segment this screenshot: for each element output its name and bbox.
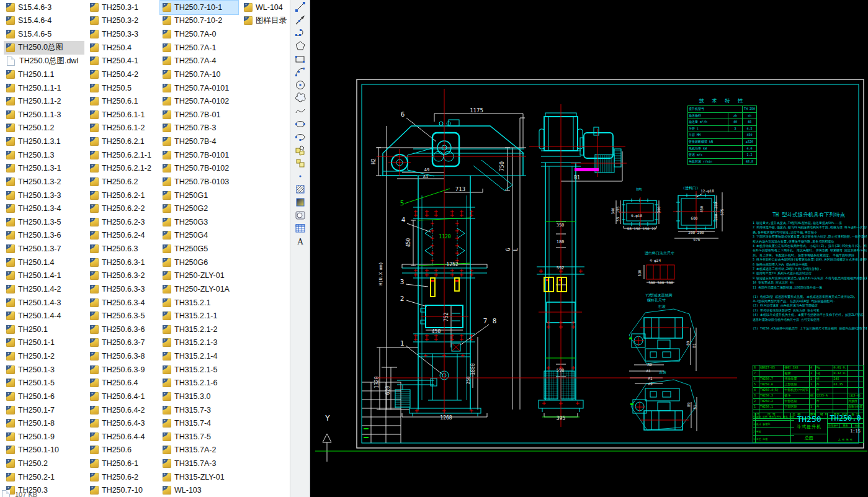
file-item[interactable]: TH250.7A-1 (160, 41, 238, 55)
file-item[interactable]: TH250G2 (160, 202, 238, 215)
file-item[interactable]: TH250.6.2-4 (87, 229, 157, 243)
file-item[interactable]: TH250.1-7 (4, 403, 84, 417)
file-item[interactable]: S15.4.6-4 (4, 14, 84, 28)
file-item[interactable]: TH250.1-5 (4, 377, 84, 390)
line-tool[interactable] (292, 0, 308, 13)
file-item[interactable]: TH250G5 (160, 242, 238, 256)
gradient-tool[interactable] (292, 195, 308, 208)
file-item[interactable]: TH250.1-2 (4, 349, 84, 363)
file-item[interactable]: TH315.3.0 (160, 390, 238, 403)
file-item[interactable]: TH315.2.1-1 (160, 309, 238, 323)
file-item[interactable]: TH250.1.1-1 (4, 81, 84, 95)
file-item[interactable]: TH250.7B-0103 (160, 175, 238, 189)
file-item[interactable]: TH250G6 (160, 256, 238, 269)
file-item[interactable]: TH250.6.1-2 (87, 122, 157, 135)
file-item[interactable]: TH250.5 (87, 81, 157, 95)
file-item[interactable]: TH250.6.3-7 (87, 336, 157, 350)
file-item[interactable]: TH250.6.2.1 (87, 135, 157, 148)
multiline-text-tool[interactable] (292, 235, 308, 248)
file-item[interactable]: TH250.1.4-1 (4, 269, 84, 283)
file-item[interactable]: TH250.6-1 (87, 457, 157, 470)
ellipse-tool[interactable] (292, 117, 308, 130)
file-item[interactable]: TH250-ZLY-01A (160, 282, 238, 296)
file-item[interactable]: TH250.6.2 (87, 175, 157, 189)
file-item[interactable]: TH250.1-1 (4, 336, 84, 350)
point-tool[interactable] (292, 169, 308, 182)
file-item[interactable]: TH250G4 (160, 229, 238, 243)
file-item[interactable]: TH250.4-1 (87, 55, 157, 68)
file-item[interactable]: TH250.7B-0101 (160, 148, 238, 162)
file-item[interactable]: TH250.6.3-5 (87, 309, 157, 323)
file-item[interactable]: TH250.6-2 (87, 470, 157, 484)
hatch-tool[interactable] (292, 182, 308, 195)
file-item[interactable]: TH315.7A-3 (160, 457, 238, 470)
file-item[interactable]: TH250.6.3-6 (87, 323, 157, 336)
file-item[interactable]: TH315.2.1-5 (160, 363, 238, 377)
file-item[interactable]: TH250.7-10-1 (160, 1, 238, 14)
file-item[interactable]: TH250G1 (160, 189, 238, 202)
file-item[interactable]: WL-103 (160, 484, 238, 497)
rectangle-tool[interactable] (292, 52, 308, 65)
draw-toolbar[interactable]: A (290, 0, 310, 497)
file-item[interactable]: TH250.2-1 (4, 470, 84, 484)
file-item[interactable]: S15.4.6-5 (4, 27, 84, 41)
file-item[interactable]: TH315.2.1-6 (160, 377, 238, 390)
file-item[interactable]: TH250.4-2 (87, 68, 157, 81)
file-item[interactable]: TH250.7A-0102 (160, 94, 238, 108)
file-item[interactable]: TH250.1.4-2 (4, 282, 84, 296)
file-item[interactable]: TH250.7B-01 (160, 108, 238, 122)
file-item[interactable]: TH250.6.1-1 (87, 108, 157, 122)
file-item[interactable]: TH250.1-9 (4, 430, 84, 444)
construction-line-tool[interactable] (292, 13, 308, 26)
file-item[interactable]: TH250.1-6 (4, 390, 84, 403)
file-item[interactable]: TH250.7A-0101 (160, 81, 238, 95)
file-item[interactable]: 图样目录 (241, 14, 289, 28)
file-item[interactable]: TH250.3-3 (87, 27, 157, 41)
file-item[interactable]: TH250.6.3-3 (87, 282, 157, 296)
file-item[interactable]: TH250.1.3-3 (4, 189, 84, 202)
file-item[interactable]: TH250.1.3-1 (4, 162, 84, 176)
file-item[interactable]: TH315-ZLY-01 (160, 470, 238, 484)
file-item[interactable]: TH250.3-2 (87, 14, 157, 28)
file-item[interactable]: TH250.1.3 (4, 148, 84, 162)
file-item[interactable]: TH250.7A-4 (160, 55, 238, 68)
circle-tool[interactable] (292, 78, 308, 91)
file-item[interactable]: TH250.6.3-1 (87, 256, 157, 269)
revision-cloud-tool[interactable] (292, 91, 308, 104)
file-item[interactable]: TH250.6.3-2 (87, 269, 157, 283)
file-item[interactable]: TH250.1.1-3 (4, 108, 84, 122)
file-item[interactable]: TH250.6.1 (87, 94, 157, 108)
file-item[interactable]: TH315.2.1 (160, 296, 238, 310)
file-item[interactable]: TH250.1.2 (4, 122, 84, 135)
file-item[interactable]: TH250.6 (87, 444, 157, 457)
file-item[interactable]: TH250.6.3 (87, 242, 157, 256)
cad-viewport[interactable]: 1175750713H2A9A1654321784501120125275245… (310, 0, 868, 497)
file-item[interactable]: TH250.6.3-9 (87, 363, 157, 377)
file-item[interactable]: TH250.3-1 (87, 1, 157, 14)
polyline-tool[interactable] (292, 26, 308, 39)
file-item[interactable]: TH250.1.4-4 (4, 309, 84, 323)
file-item[interactable]: TH250.1 (4, 323, 84, 336)
file-item[interactable]: TH315.7-3 (160, 403, 238, 417)
file-item[interactable]: TH250.6.3-8 (87, 349, 157, 363)
file-item[interactable]: TH250.7B-3 (160, 122, 238, 135)
file-item[interactable]: TH250.7-10-2 (160, 14, 238, 28)
file-item[interactable]: TH250.1-3 (4, 363, 84, 377)
file-item[interactable]: TH250.6.4-2 (87, 403, 157, 417)
file-item[interactable]: TH315.7-4 (160, 416, 238, 430)
polygon-tool[interactable] (292, 39, 308, 52)
file-item[interactable]: TH250.6.4-1 (87, 390, 157, 403)
file-item[interactable]: TH250.1.3-2 (4, 175, 84, 189)
file-item[interactable]: TH250.7-10 (87, 484, 157, 497)
insert-block-tool[interactable] (292, 143, 308, 156)
file-item[interactable]: TH250G3 (160, 215, 238, 229)
file-item[interactable]: TH250.6.2.1-1 (87, 148, 157, 162)
file-item[interactable]: TH250.6.2-3 (87, 215, 157, 229)
file-item[interactable]: S15.4.6-3 (4, 1, 84, 14)
file-item[interactable]: TH250.6.2.1-2 (87, 162, 157, 176)
spline-tool[interactable] (292, 104, 308, 117)
file-item[interactable]: TH315.2.1-4 (160, 349, 238, 363)
file-item[interactable]: TH250.2 (4, 457, 84, 470)
file-item[interactable]: TH250.1.3-4 (4, 202, 84, 215)
table-tool[interactable] (292, 222, 308, 235)
